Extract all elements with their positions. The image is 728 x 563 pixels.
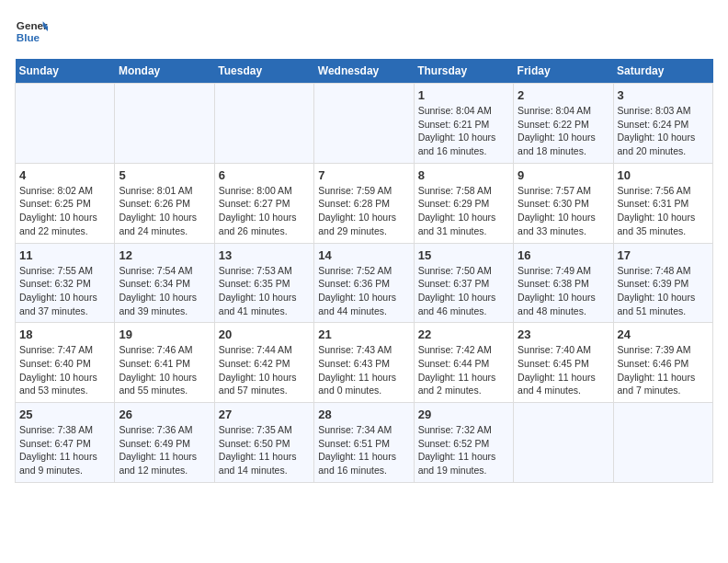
weekday-header-monday: Monday: [115, 59, 214, 84]
calendar-cell: 23Sunrise: 7:40 AM Sunset: 6:45 PM Dayli…: [514, 323, 613, 403]
day-number: 15: [418, 248, 509, 262]
calendar-cell: 9Sunrise: 7:57 AM Sunset: 6:30 PM Daylig…: [514, 163, 613, 243]
weekday-header-saturday: Saturday: [613, 59, 712, 84]
day-info: Sunrise: 7:39 AM Sunset: 6:46 PM Dayligh…: [618, 343, 709, 397]
day-info: Sunrise: 8:00 AM Sunset: 6:27 PM Dayligh…: [219, 184, 310, 238]
calendar-cell: 25Sunrise: 7:38 AM Sunset: 6:47 PM Dayli…: [16, 403, 115, 483]
calendar-cell: 10Sunrise: 7:56 AM Sunset: 6:31 PM Dayli…: [613, 163, 712, 243]
day-info: Sunrise: 8:03 AM Sunset: 6:24 PM Dayligh…: [618, 104, 709, 158]
logo: General Blue: [15, 15, 48, 48]
calendar-cell: [214, 84, 313, 164]
weekday-header-thursday: Thursday: [414, 59, 513, 84]
day-info: Sunrise: 7:44 AM Sunset: 6:42 PM Dayligh…: [219, 343, 310, 397]
calendar-cell: 17Sunrise: 7:48 AM Sunset: 6:39 PM Dayli…: [613, 243, 712, 323]
day-info: Sunrise: 8:04 AM Sunset: 6:22 PM Dayligh…: [518, 104, 609, 158]
day-info: Sunrise: 8:01 AM Sunset: 6:26 PM Dayligh…: [119, 184, 210, 238]
day-info: Sunrise: 7:42 AM Sunset: 6:44 PM Dayligh…: [418, 343, 509, 397]
day-info: Sunrise: 7:56 AM Sunset: 6:31 PM Dayligh…: [618, 184, 709, 238]
calendar-cell: [514, 403, 613, 483]
day-info: Sunrise: 7:52 AM Sunset: 6:36 PM Dayligh…: [318, 264, 409, 318]
calendar-cell: 13Sunrise: 7:53 AM Sunset: 6:35 PM Dayli…: [214, 243, 313, 323]
day-number: 23: [518, 327, 609, 341]
calendar-cell: 3Sunrise: 8:03 AM Sunset: 6:24 PM Daylig…: [613, 84, 712, 164]
calendar-cell: [16, 84, 115, 164]
calendar-cell: 24Sunrise: 7:39 AM Sunset: 6:46 PM Dayli…: [613, 323, 712, 403]
day-info: Sunrise: 7:32 AM Sunset: 6:52 PM Dayligh…: [418, 423, 509, 477]
day-number: 8: [418, 168, 509, 182]
day-number: 28: [318, 408, 409, 421]
day-number: 17: [618, 248, 709, 262]
day-info: Sunrise: 8:02 AM Sunset: 6:25 PM Dayligh…: [19, 184, 110, 238]
day-number: 19: [119, 327, 210, 341]
day-info: Sunrise: 7:40 AM Sunset: 6:45 PM Dayligh…: [518, 343, 609, 397]
calendar-cell: 18Sunrise: 7:47 AM Sunset: 6:40 PM Dayli…: [16, 323, 115, 403]
calendar-week-row: 25Sunrise: 7:38 AM Sunset: 6:47 PM Dayli…: [16, 403, 713, 483]
calendar-cell: 16Sunrise: 7:49 AM Sunset: 6:38 PM Dayli…: [514, 243, 613, 323]
day-number: 7: [318, 168, 409, 182]
weekday-header-tuesday: Tuesday: [214, 59, 313, 84]
day-number: 13: [219, 248, 310, 262]
calendar-week-row: 18Sunrise: 7:47 AM Sunset: 6:40 PM Dayli…: [16, 323, 713, 403]
day-info: Sunrise: 7:38 AM Sunset: 6:47 PM Dayligh…: [19, 423, 110, 477]
day-number: 10: [618, 168, 709, 182]
day-number: 9: [518, 168, 609, 182]
day-number: 5: [119, 168, 210, 182]
day-number: 20: [219, 327, 310, 341]
day-number: 6: [219, 168, 310, 182]
calendar-table: SundayMondayTuesdayWednesdayThursdayFrid…: [15, 59, 713, 483]
weekday-header-sunday: Sunday: [16, 59, 115, 84]
calendar-cell: 11Sunrise: 7:55 AM Sunset: 6:32 PM Dayli…: [16, 243, 115, 323]
calendar-cell: [115, 84, 214, 164]
calendar-cell: [613, 403, 712, 483]
day-info: Sunrise: 7:48 AM Sunset: 6:39 PM Dayligh…: [618, 264, 709, 318]
calendar-cell: 12Sunrise: 7:54 AM Sunset: 6:34 PM Dayli…: [115, 243, 214, 323]
day-info: Sunrise: 7:59 AM Sunset: 6:28 PM Dayligh…: [318, 184, 409, 238]
day-info: Sunrise: 7:34 AM Sunset: 6:51 PM Dayligh…: [318, 423, 409, 477]
weekday-header-row: SundayMondayTuesdayWednesdayThursdayFrid…: [16, 59, 713, 84]
day-info: Sunrise: 7:53 AM Sunset: 6:35 PM Dayligh…: [219, 264, 310, 318]
day-number: 26: [119, 408, 210, 421]
calendar-week-row: 11Sunrise: 7:55 AM Sunset: 6:32 PM Dayli…: [16, 243, 713, 323]
calendar-cell: [314, 84, 414, 164]
calendar-cell: 4Sunrise: 8:02 AM Sunset: 6:25 PM Daylig…: [16, 163, 115, 243]
page-header: General Blue: [15, 15, 713, 48]
weekday-header-wednesday: Wednesday: [314, 59, 414, 84]
day-info: Sunrise: 7:55 AM Sunset: 6:32 PM Dayligh…: [19, 264, 110, 318]
day-number: 24: [618, 327, 709, 341]
calendar-cell: 2Sunrise: 8:04 AM Sunset: 6:22 PM Daylig…: [514, 84, 613, 164]
day-number: 1: [418, 88, 509, 102]
calendar-cell: 19Sunrise: 7:46 AM Sunset: 6:41 PM Dayli…: [115, 323, 214, 403]
day-number: 11: [19, 248, 110, 262]
day-number: 18: [19, 327, 110, 341]
day-info: Sunrise: 7:36 AM Sunset: 6:49 PM Dayligh…: [119, 423, 210, 477]
calendar-cell: 21Sunrise: 7:43 AM Sunset: 6:43 PM Dayli…: [314, 323, 414, 403]
day-number: 4: [19, 168, 110, 182]
day-number: 25: [19, 408, 110, 421]
day-number: 29: [418, 408, 509, 421]
calendar-cell: 6Sunrise: 8:00 AM Sunset: 6:27 PM Daylig…: [214, 163, 313, 243]
calendar-cell: 1Sunrise: 8:04 AM Sunset: 6:21 PM Daylig…: [414, 84, 513, 164]
day-info: Sunrise: 7:58 AM Sunset: 6:29 PM Dayligh…: [418, 184, 509, 238]
day-number: 3: [618, 88, 709, 102]
day-number: 22: [418, 327, 509, 341]
calendar-cell: 14Sunrise: 7:52 AM Sunset: 6:36 PM Dayli…: [314, 243, 414, 323]
calendar-cell: 29Sunrise: 7:32 AM Sunset: 6:52 PM Dayli…: [414, 403, 513, 483]
calendar-week-row: 4Sunrise: 8:02 AM Sunset: 6:25 PM Daylig…: [16, 163, 713, 243]
calendar-cell: 20Sunrise: 7:44 AM Sunset: 6:42 PM Dayli…: [214, 323, 313, 403]
calendar-cell: 8Sunrise: 7:58 AM Sunset: 6:29 PM Daylig…: [414, 163, 513, 243]
day-info: Sunrise: 7:50 AM Sunset: 6:37 PM Dayligh…: [418, 264, 509, 318]
day-number: 2: [518, 88, 609, 102]
day-info: Sunrise: 7:57 AM Sunset: 6:30 PM Dayligh…: [518, 184, 609, 238]
day-info: Sunrise: 7:43 AM Sunset: 6:43 PM Dayligh…: [318, 343, 409, 397]
day-info: Sunrise: 8:04 AM Sunset: 6:21 PM Dayligh…: [418, 104, 509, 158]
calendar-cell: 22Sunrise: 7:42 AM Sunset: 6:44 PM Dayli…: [414, 323, 513, 403]
calendar-week-row: 1Sunrise: 8:04 AM Sunset: 6:21 PM Daylig…: [16, 84, 713, 164]
day-number: 27: [219, 408, 310, 421]
day-info: Sunrise: 7:47 AM Sunset: 6:40 PM Dayligh…: [19, 343, 110, 397]
calendar-cell: 27Sunrise: 7:35 AM Sunset: 6:50 PM Dayli…: [214, 403, 313, 483]
day-number: 16: [518, 248, 609, 262]
calendar-cell: 5Sunrise: 8:01 AM Sunset: 6:26 PM Daylig…: [115, 163, 214, 243]
day-number: 12: [119, 248, 210, 262]
svg-text:Blue: Blue: [17, 31, 40, 43]
day-info: Sunrise: 7:54 AM Sunset: 6:34 PM Dayligh…: [119, 264, 210, 318]
